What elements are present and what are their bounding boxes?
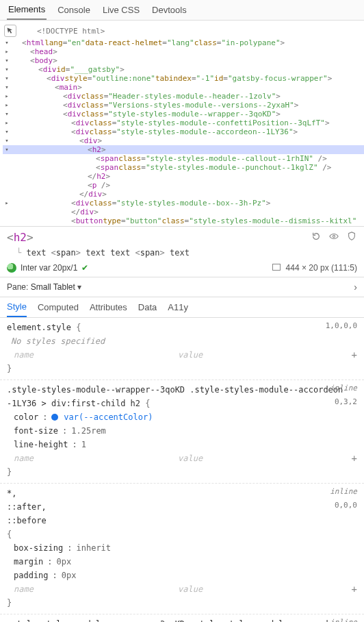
pane-selector-row: Pane: Small Tablet ▾ › bbox=[0, 277, 364, 297]
dom-row[interactable]: <p /> bbox=[3, 181, 364, 190]
rule-origin: 1,0,0,0 bbox=[326, 319, 357, 333]
selected-dimensions: 444 × 20 px (111:5) bbox=[286, 263, 357, 273]
add-declaration-row[interactable]: namevalue+ bbox=[7, 451, 357, 465]
no-styles-text: No styles specified bbox=[7, 334, 357, 348]
twisty-icon[interactable] bbox=[3, 154, 11, 163]
styles-panel[interactable]: 1,0,0,0element.style {No styles specifie… bbox=[0, 318, 364, 622]
selected-tag: <h2> bbox=[7, 231, 34, 244]
dom-row[interactable]: ▾<html lang="en" data-react-helmet="lang… bbox=[3, 38, 364, 47]
css-rule[interactable]: inline0,0,0*,::after,::before {box-sizin… bbox=[0, 484, 364, 614]
tab-a11y[interactable]: A11y bbox=[168, 298, 188, 316]
refresh-icon[interactable] bbox=[311, 231, 322, 242]
twisty-icon[interactable] bbox=[3, 181, 11, 190]
color-swatch-icon[interactable] bbox=[7, 263, 16, 273]
eye-icon[interactable] bbox=[328, 231, 339, 242]
shield-icon[interactable] bbox=[346, 231, 357, 242]
tab-live-css[interactable]: Live CSS bbox=[101, 1, 141, 19]
selected-font-row: Inter var 20px/1 ✔ 444 × 20 px (111:5) bbox=[0, 260, 364, 277]
dom-row[interactable]: </h2> bbox=[3, 172, 364, 181]
css-rule[interactable]: inline0,3,2.style-styles-module--wrapper… bbox=[0, 380, 364, 484]
pane-value[interactable]: Small Tablet bbox=[31, 282, 75, 292]
dom-row[interactable]: </div> bbox=[3, 208, 364, 216]
dom-row[interactable]: ▸<div class="Versions-styles-module--ver… bbox=[3, 101, 364, 110]
styles-tabbar: Style Computed Attributes Data A11y bbox=[0, 297, 364, 318]
dom-row[interactable]: ▸<div class="style-styles-module--confet… bbox=[3, 119, 364, 127]
twisty-icon[interactable]: ▾ bbox=[3, 145, 11, 154]
selected-element-bar: <h2> bbox=[0, 226, 364, 245]
chevron-right-icon[interactable]: › bbox=[354, 282, 357, 293]
twisty-icon[interactable] bbox=[3, 208, 11, 216]
twisty-icon[interactable]: ▾ bbox=[3, 56, 11, 65]
tab-elements[interactable]: Elements bbox=[7, 0, 47, 20]
twisty-icon[interactable] bbox=[3, 163, 11, 172]
twisty-icon[interactable]: ▾ bbox=[3, 74, 11, 83]
twisty-icon[interactable]: ▾ bbox=[3, 110, 11, 119]
dom-row[interactable]: ▸<div class="style-styles-module--box--3… bbox=[3, 199, 364, 208]
svg-point-0 bbox=[333, 235, 335, 237]
twisty-icon[interactable]: ▾ bbox=[3, 65, 11, 74]
dom-row[interactable]: ▾<div id="___gatsby"> bbox=[3, 65, 364, 74]
twisty-icon[interactable]: ▾ bbox=[3, 38, 11, 47]
css-declaration[interactable]: font-size:1.25rem bbox=[7, 424, 357, 438]
selected-font: Inter var 20px/1 bbox=[21, 263, 77, 273]
twisty-icon[interactable]: ▸ bbox=[3, 92, 11, 101]
dom-row[interactable]: ▸<div class="Header-styles-module--heade… bbox=[3, 92, 364, 101]
rule-origin: inline0,3,1 bbox=[330, 616, 357, 622]
twisty-icon[interactable]: ▸ bbox=[3, 119, 11, 127]
twisty-icon[interactable]: ▾ bbox=[3, 136, 11, 145]
twisty-icon[interactable]: ▸ bbox=[3, 199, 11, 208]
tab-devtools[interactable]: Devtools bbox=[151, 1, 188, 19]
css-declaration[interactable]: line-height:1 bbox=[7, 438, 357, 451]
inspect-element-button[interactable] bbox=[4, 25, 16, 37]
check-icon: ✔ bbox=[81, 263, 88, 273]
selected-path: └ text <span> text text <span> text bbox=[0, 245, 364, 260]
add-declaration-row[interactable]: namevalue+ bbox=[7, 348, 357, 362]
css-rule[interactable]: inline0,3,1.style-styles-module--wrapper… bbox=[0, 614, 364, 622]
twisty-icon[interactable]: ▾ bbox=[3, 127, 11, 136]
rule-origin: inline0,0,0 bbox=[330, 485, 357, 512]
twisty-icon[interactable] bbox=[18, 27, 26, 36]
dom-row[interactable]: ▾<div style="outline:none" tabindex="-1"… bbox=[3, 74, 364, 83]
dom-tree[interactable]: <!DOCTYPE html>▾<html lang="en" data-rea… bbox=[0, 21, 364, 226]
dom-row[interactable]: <span class="style-styles-module--callou… bbox=[3, 154, 364, 163]
css-declaration[interactable]: padding:0px bbox=[7, 569, 357, 582]
css-rule[interactable]: 1,0,0,0element.style {No styles specifie… bbox=[0, 318, 364, 380]
plus-icon[interactable]: + bbox=[352, 451, 357, 465]
dom-row[interactable]: <span class="style-styles-module--puncho… bbox=[3, 163, 364, 172]
tab-computed[interactable]: Computed bbox=[38, 298, 79, 316]
pane-label: Pane: bbox=[7, 282, 28, 292]
tab-style[interactable]: Style bbox=[7, 297, 27, 317]
plus-icon[interactable]: + bbox=[352, 582, 357, 596]
dom-row[interactable]: ▾<body> bbox=[3, 56, 364, 65]
tab-console[interactable]: Console bbox=[56, 1, 92, 19]
twisty-icon[interactable] bbox=[3, 172, 11, 181]
dom-row[interactable]: ▾<div class="style-styles-module--accord… bbox=[3, 127, 364, 136]
css-declaration[interactable]: box-sizing:inherit bbox=[7, 541, 357, 555]
dom-row[interactable]: ▾<h2> bbox=[3, 145, 364, 154]
color-swatch-icon[interactable] bbox=[51, 414, 58, 421]
twisty-icon[interactable]: ▸ bbox=[3, 47, 11, 56]
dom-row[interactable]: ▾<div> bbox=[3, 136, 364, 145]
dom-row[interactable]: ▾<main> bbox=[3, 83, 364, 92]
dom-row[interactable]: <button type="button" class="style-style… bbox=[3, 216, 364, 225]
twisty-icon[interactable]: ▸ bbox=[3, 101, 11, 110]
dom-row[interactable]: ▾<div class="style-styles-module--wrappe… bbox=[3, 110, 364, 119]
tab-attributes[interactable]: Attributes bbox=[90, 298, 127, 316]
twisty-icon[interactable]: ▾ bbox=[3, 83, 11, 92]
box-model-icon[interactable] bbox=[272, 264, 281, 271]
dom-row[interactable]: </div> bbox=[3, 190, 364, 199]
tab-data[interactable]: Data bbox=[138, 298, 157, 316]
rule-origin: inline0,3,2 bbox=[330, 382, 357, 409]
chevron-down-icon[interactable]: ▾ bbox=[77, 282, 81, 292]
dom-row[interactable]: ▸<head> bbox=[3, 47, 364, 56]
devtools-topbar: Elements Console Live CSS Devtools bbox=[0, 0, 364, 21]
twisty-icon[interactable] bbox=[3, 190, 11, 199]
add-declaration-row[interactable]: namevalue+ bbox=[7, 582, 357, 596]
twisty-icon[interactable] bbox=[3, 216, 11, 225]
css-declaration[interactable]: color:var(--accentColor) bbox=[7, 410, 357, 424]
css-declaration[interactable]: margin:0px bbox=[7, 555, 357, 569]
cursor-icon bbox=[6, 27, 14, 35]
plus-icon[interactable]: + bbox=[352, 348, 357, 362]
